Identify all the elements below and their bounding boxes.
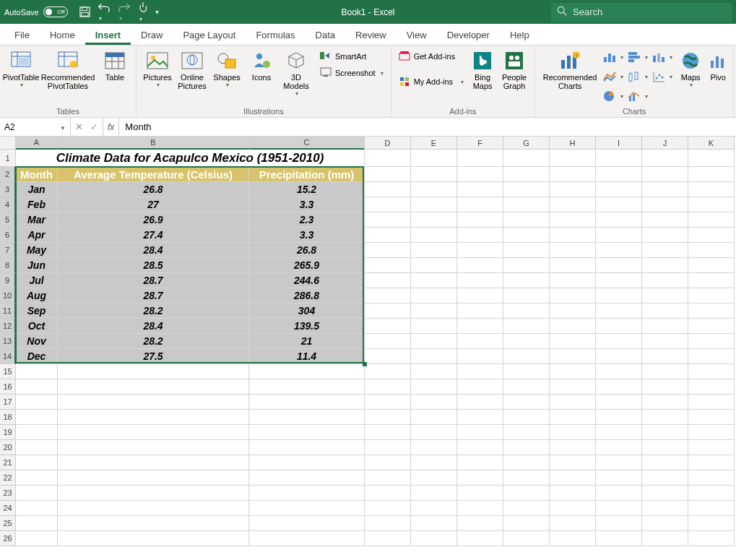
cell[interactable] [411,364,457,379]
cell[interactable] [16,531,58,546]
cell[interactable] [365,182,411,197]
cell[interactable] [249,501,365,516]
cell[interactable] [642,167,688,182]
cell[interactable] [457,455,503,470]
cell[interactable] [365,228,411,243]
cell[interactable] [249,470,365,486]
cell[interactable] [688,150,735,167]
cell[interactable]: Month [16,167,58,182]
cell[interactable]: Sep [16,303,58,319]
cell[interactable] [642,273,688,288]
col-header-H[interactable]: H [550,137,596,150]
cell[interactable] [503,501,550,516]
cell[interactable] [365,273,411,288]
cell[interactable] [642,379,688,395]
cell[interactable] [249,364,365,379]
cell[interactable] [58,531,249,546]
cell[interactable] [58,486,249,501]
cell[interactable] [688,470,735,486]
cell[interactable] [457,410,503,425]
cell[interactable] [550,319,596,334]
cell[interactable] [596,167,642,182]
cell[interactable] [411,273,457,288]
cell[interactable] [457,470,503,486]
undo-icon[interactable]: ▾ [98,2,111,22]
cell[interactable] [503,258,550,273]
cell[interactable] [596,486,642,501]
cell[interactable] [503,197,550,212]
cell[interactable]: 28.2 [58,334,249,349]
tab-page-layout[interactable]: Page Layout [173,25,246,45]
cell[interactable] [688,425,735,440]
row-header-18[interactable]: 18 [0,410,16,425]
row-header-6[interactable]: 6 [0,228,16,243]
cell[interactable] [596,379,642,395]
worksheet[interactable]: ABCDEFGHIJK 1234567891011121314151617181… [0,137,736,560]
cell[interactable] [503,303,550,319]
cell[interactable] [596,516,642,531]
cell[interactable] [457,486,503,501]
cell[interactable]: 139.5 [249,319,365,334]
bing-maps-button[interactable]: Bing Maps [468,48,497,92]
cell[interactable] [365,349,411,364]
cell[interactable] [642,440,688,455]
save-icon[interactable] [79,7,90,17]
row-header-7[interactable]: 7 [0,243,16,258]
cell[interactable]: Oct [16,319,58,334]
cell[interactable] [550,334,596,349]
col-header-A[interactable]: A [16,137,58,150]
recommended-pivottables-button[interactable]: Recommended PivotTables [39,48,97,92]
cell[interactable] [688,334,735,349]
cell[interactable] [550,531,596,546]
cell[interactable] [457,531,503,546]
col-header-J[interactable]: J [642,137,688,150]
cell[interactable] [503,150,550,167]
cell[interactable] [365,288,411,303]
stat-chart-button[interactable]: ▾ [626,68,649,85]
cell[interactable]: Precipitation (mm) [249,167,365,182]
cell[interactable] [503,395,550,410]
cell[interactable] [58,364,249,379]
select-all-corner[interactable] [0,137,16,150]
cell[interactable] [365,364,411,379]
cell[interactable] [550,212,596,228]
cell[interactable] [688,516,735,531]
cell[interactable] [642,288,688,303]
cell[interactable] [642,410,688,425]
cell[interactable] [642,243,688,258]
touch-mode-icon[interactable]: ▾ [138,1,148,23]
cell[interactable] [642,349,688,364]
cell[interactable] [16,486,58,501]
cell[interactable] [457,228,503,243]
cell[interactable] [411,470,457,486]
cell[interactable] [550,501,596,516]
cell[interactable] [642,303,688,319]
cell[interactable] [365,440,411,455]
cell[interactable] [365,531,411,546]
tab-insert[interactable]: Insert [85,25,131,45]
cell[interactable] [596,182,642,197]
tab-data[interactable]: Data [306,25,345,45]
pivottable-button[interactable]: PivotTable ▾ [4,48,38,90]
cell[interactable] [550,364,596,379]
cell[interactable] [642,334,688,349]
cell[interactable]: 21 [249,334,365,349]
cell[interactable] [642,486,688,501]
cell[interactable] [457,319,503,334]
cell[interactable] [503,440,550,455]
cell[interactable] [688,455,735,470]
cell[interactable] [550,379,596,395]
cell[interactable] [642,212,688,228]
cell[interactable] [596,197,642,212]
cell[interactable] [411,258,457,273]
cell[interactable] [365,303,411,319]
cell[interactable] [596,228,642,243]
cell[interactable] [365,319,411,334]
cell[interactable] [642,197,688,212]
cell[interactable] [249,440,365,455]
icons-button[interactable]: Icons [245,48,278,83]
cell[interactable] [688,501,735,516]
row-header-26[interactable]: 26 [0,531,16,546]
cell[interactable] [365,395,411,410]
cell[interactable] [457,258,503,273]
